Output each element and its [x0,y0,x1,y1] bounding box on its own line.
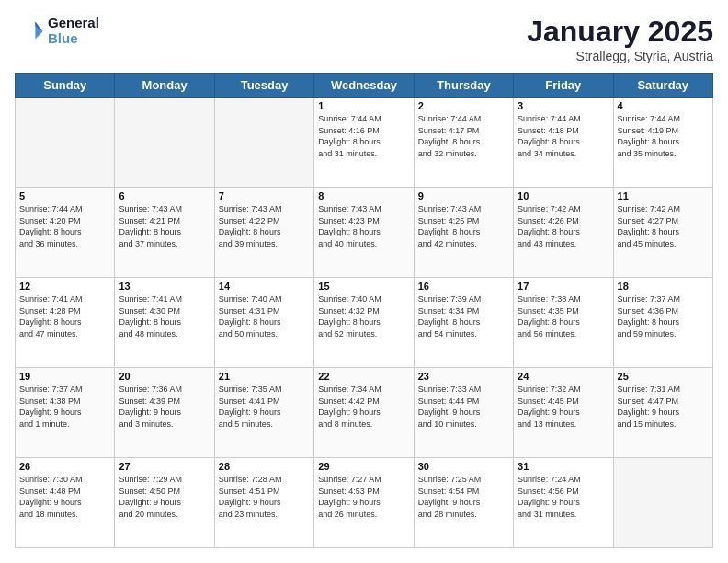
month-title: January 2025 [527,15,713,49]
calendar-cell: 24Sunrise: 7:32 AM Sunset: 4:45 PM Dayli… [514,368,613,458]
week-row-3: 19Sunrise: 7:37 AM Sunset: 4:38 PM Dayli… [16,368,713,458]
day-number: 16 [418,281,509,292]
calendar-cell: 7Sunrise: 7:43 AM Sunset: 4:22 PM Daylig… [214,188,313,278]
calendar-cell: 19Sunrise: 7:37 AM Sunset: 4:38 PM Dayli… [16,368,115,458]
calendar-cell: 3Sunrise: 7:44 AM Sunset: 4:18 PM Daylig… [514,98,613,188]
cell-info: Sunrise: 7:36 AM Sunset: 4:39 PM Dayligh… [119,384,210,430]
cell-info: Sunrise: 7:35 AM Sunset: 4:41 PM Dayligh… [219,384,310,430]
weekday-header-saturday: Saturday [613,74,712,98]
calendar-cell: 9Sunrise: 7:43 AM Sunset: 4:25 PM Daylig… [414,188,513,278]
calendar-cell: 12Sunrise: 7:41 AM Sunset: 4:28 PM Dayli… [16,278,115,368]
week-row-4: 26Sunrise: 7:30 AM Sunset: 4:48 PM Dayli… [16,458,713,548]
calendar-cell: 4Sunrise: 7:44 AM Sunset: 4:19 PM Daylig… [613,98,712,188]
location: Strallegg, Styria, Austria [527,49,713,63]
calendar-cell: 23Sunrise: 7:33 AM Sunset: 4:44 PM Dayli… [414,368,513,458]
cell-info: Sunrise: 7:34 AM Sunset: 4:42 PM Dayligh… [318,384,409,430]
cell-info: Sunrise: 7:38 AM Sunset: 4:35 PM Dayligh… [518,293,609,339]
calendar-cell: 25Sunrise: 7:31 AM Sunset: 4:47 PM Dayli… [613,368,712,458]
day-number: 3 [518,100,609,111]
cell-info: Sunrise: 7:37 AM Sunset: 4:38 PM Dayligh… [19,384,110,430]
calendar-cell: 26Sunrise: 7:30 AM Sunset: 4:48 PM Dayli… [16,458,115,548]
calendar-cell [613,458,712,548]
day-number: 14 [219,281,310,292]
cell-info: Sunrise: 7:44 AM Sunset: 4:20 PM Dayligh… [19,203,110,249]
weekday-header-tuesday: Tuesday [214,74,313,98]
logo-icon [15,16,44,45]
day-number: 5 [19,190,110,201]
calendar-cell [115,98,214,188]
cell-info: Sunrise: 7:39 AM Sunset: 4:34 PM Dayligh… [418,293,509,339]
weekday-header-monday: Monday [115,74,214,98]
calendar-cell: 2Sunrise: 7:44 AM Sunset: 4:17 PM Daylig… [414,98,513,188]
weekday-header-row: SundayMondayTuesdayWednesdayThursdayFrid… [16,74,713,98]
calendar-cell: 31Sunrise: 7:24 AM Sunset: 4:56 PM Dayli… [514,458,613,548]
day-number: 15 [318,281,409,292]
day-number: 20 [119,371,210,382]
weekday-header-wednesday: Wednesday [314,74,414,98]
day-number: 9 [418,190,509,201]
day-number: 25 [618,371,709,382]
day-number: 13 [119,281,210,292]
cell-info: Sunrise: 7:44 AM Sunset: 4:18 PM Dayligh… [518,113,609,159]
logo-text: General Blue [48,15,99,46]
cell-info: Sunrise: 7:43 AM Sunset: 4:21 PM Dayligh… [119,203,210,249]
week-row-2: 12Sunrise: 7:41 AM Sunset: 4:28 PM Dayli… [16,278,713,368]
day-number: 28 [219,461,310,472]
week-row-1: 5Sunrise: 7:44 AM Sunset: 4:20 PM Daylig… [16,188,713,278]
day-number: 6 [119,190,210,201]
cell-info: Sunrise: 7:32 AM Sunset: 4:45 PM Dayligh… [518,384,609,430]
weekday-header-thursday: Thursday [414,74,513,98]
calendar-cell: 5Sunrise: 7:44 AM Sunset: 4:20 PM Daylig… [16,188,115,278]
cell-info: Sunrise: 7:33 AM Sunset: 4:44 PM Dayligh… [418,384,509,430]
weekday-header-sunday: Sunday [16,74,115,98]
calendar-cell: 30Sunrise: 7:25 AM Sunset: 4:54 PM Dayli… [414,458,513,548]
cell-info: Sunrise: 7:28 AM Sunset: 4:51 PM Dayligh… [219,474,310,520]
cell-info: Sunrise: 7:41 AM Sunset: 4:28 PM Dayligh… [19,293,110,339]
day-number: 30 [418,461,509,472]
day-number: 1 [318,100,409,111]
calendar-cell [214,98,313,188]
cell-info: Sunrise: 7:37 AM Sunset: 4:36 PM Dayligh… [618,293,709,339]
day-number: 27 [119,461,210,472]
day-number: 22 [318,371,409,382]
calendar-cell: 1Sunrise: 7:44 AM Sunset: 4:16 PM Daylig… [314,98,414,188]
cell-info: Sunrise: 7:27 AM Sunset: 4:53 PM Dayligh… [318,474,409,520]
calendar-cell: 13Sunrise: 7:41 AM Sunset: 4:30 PM Dayli… [115,278,214,368]
weekday-header-friday: Friday [514,74,613,98]
calendar-cell: 16Sunrise: 7:39 AM Sunset: 4:34 PM Dayli… [414,278,513,368]
cell-info: Sunrise: 7:41 AM Sunset: 4:30 PM Dayligh… [119,293,210,339]
calendar-cell: 27Sunrise: 7:29 AM Sunset: 4:50 PM Dayli… [115,458,214,548]
cell-info: Sunrise: 7:31 AM Sunset: 4:47 PM Dayligh… [618,384,709,430]
calendar-cell: 14Sunrise: 7:40 AM Sunset: 4:31 PM Dayli… [214,278,313,368]
cell-info: Sunrise: 7:24 AM Sunset: 4:56 PM Dayligh… [518,474,609,520]
cell-info: Sunrise: 7:30 AM Sunset: 4:48 PM Dayligh… [19,474,110,520]
cell-info: Sunrise: 7:40 AM Sunset: 4:32 PM Dayligh… [318,293,409,339]
cell-info: Sunrise: 7:44 AM Sunset: 4:19 PM Dayligh… [618,113,709,159]
day-number: 8 [318,190,409,201]
cell-info: Sunrise: 7:43 AM Sunset: 4:22 PM Dayligh… [219,203,310,249]
day-number: 12 [19,281,110,292]
day-number: 26 [19,461,110,472]
logo: General Blue [15,15,99,46]
calendar-cell: 17Sunrise: 7:38 AM Sunset: 4:35 PM Dayli… [514,278,613,368]
calendar-table: SundayMondayTuesdayWednesdayThursdayFrid… [15,73,713,548]
day-number: 24 [518,371,609,382]
header: General Blue January 2025 Strallegg, Sty… [15,15,713,63]
calendar-cell: 8Sunrise: 7:43 AM Sunset: 4:23 PM Daylig… [314,188,414,278]
calendar-cell: 15Sunrise: 7:40 AM Sunset: 4:32 PM Dayli… [314,278,414,368]
cell-info: Sunrise: 7:43 AM Sunset: 4:23 PM Dayligh… [318,203,409,249]
calendar-cell: 29Sunrise: 7:27 AM Sunset: 4:53 PM Dayli… [314,458,414,548]
day-number: 18 [618,281,709,292]
calendar-cell: 10Sunrise: 7:42 AM Sunset: 4:26 PM Dayli… [514,188,613,278]
calendar-cell [16,98,115,188]
day-number: 7 [219,190,310,201]
cell-info: Sunrise: 7:40 AM Sunset: 4:31 PM Dayligh… [219,293,310,339]
day-number: 19 [19,371,110,382]
day-number: 17 [518,281,609,292]
cell-info: Sunrise: 7:42 AM Sunset: 4:26 PM Dayligh… [518,203,609,249]
cell-info: Sunrise: 7:44 AM Sunset: 4:16 PM Dayligh… [318,113,409,159]
page: General Blue January 2025 Strallegg, Sty… [0,0,728,563]
day-number: 23 [418,371,509,382]
cell-info: Sunrise: 7:29 AM Sunset: 4:50 PM Dayligh… [119,474,210,520]
calendar-cell: 6Sunrise: 7:43 AM Sunset: 4:21 PM Daylig… [115,188,214,278]
